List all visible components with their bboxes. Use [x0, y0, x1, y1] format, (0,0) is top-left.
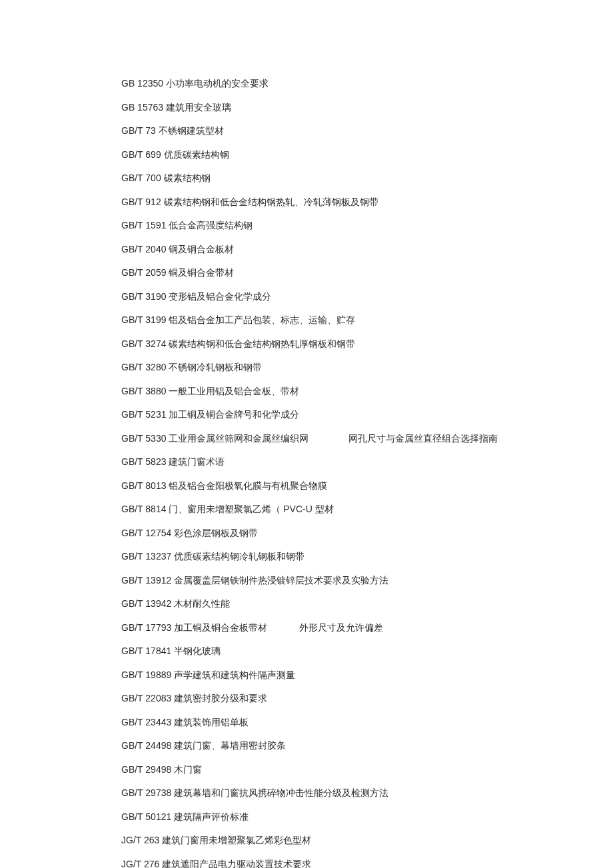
standard-title: 建筑用安全玻璃: [166, 102, 231, 113]
standard-code: GB/T 17793: [121, 622, 171, 633]
standard-code: GB/T 700: [121, 173, 161, 183]
standard-entry: GB 15763 建筑用安全玻璃: [121, 101, 588, 115]
standard-entry: GB/T 13942 木材耐久性能: [121, 597, 588, 611]
standard-title: 小功率电动机的安全要求: [166, 78, 269, 89]
standard-entry: GB/T 24498 建筑门窗、幕墙用密封胶条: [121, 739, 588, 753]
standard-entry: GB/T 29738 建筑幕墙和门窗抗风携碎物冲击性能分级及检测方法: [121, 786, 588, 800]
standard-title: 加工铜及铜合金板带材: [174, 622, 267, 633]
standard-title: 铜及铜合金板材: [169, 244, 234, 254]
standard-code: GB/T 3274: [121, 338, 166, 349]
standard-code: GB/T 1591: [121, 220, 166, 230]
standard-entry: GB/T 3199 铝及铝合金加工产品包装、标志、运输、贮存: [121, 313, 588, 327]
standard-entry: GB 12350 小功率电动机的安全要求: [121, 77, 588, 91]
standard-title: 建筑密封胶分级和要求: [174, 693, 267, 703]
standard-entry: GB/T 29498 木门窗: [121, 763, 588, 777]
standard-entry: GB/T 13237 优质碳素结构钢冷轧钢板和钢带: [121, 550, 588, 564]
standard-entry: GB/T 8013 铝及铝合金阳极氧化膜与有机聚合物膜: [121, 479, 588, 493]
standard-code: GB/T 13912: [121, 575, 171, 586]
standard-code: GB/T 2059: [121, 267, 166, 278]
standard-entry: GB/T 5330 工业用金属丝筛网和金属丝编织网网孔尺寸与金属丝直径组合选择指…: [121, 432, 588, 446]
standard-entry: GB/T 17793 加工铜及铜合金板带材外形尺寸及允许偏差: [121, 621, 588, 635]
standard-code: JG/T 276: [121, 859, 159, 869]
standard-suffix: 外形尺寸及允许偏差: [299, 622, 383, 633]
standard-code: GB/T 8013: [121, 480, 166, 491]
standard-entry: GB/T 699 优质碳素结构钢: [121, 148, 588, 162]
standard-title: 不锈钢建筑型材: [159, 125, 224, 136]
standard-code: JG/T 263: [121, 835, 159, 845]
standard-title: 工业用金属丝筛网和金属丝编织网: [169, 433, 308, 444]
standard-title: 铜及铜合金带材: [169, 267, 234, 278]
standard-code: GB/T 22083: [121, 693, 171, 703]
standard-title: 彩色涂层钢板及钢带: [174, 528, 258, 538]
standard-entry: GB/T 3880 一般工业用铝及铝合金板、带材: [121, 384, 588, 398]
standard-title: 金属覆盖层钢铁制件热浸镀锌层技术要求及实验方法: [174, 575, 388, 586]
standard-code: GB/T 5231: [121, 409, 166, 420]
standard-title: 不锈钢冷轧钢板和钢带: [169, 362, 262, 372]
standard-code: GB/T 5823: [121, 456, 166, 467]
standard-title: 碳素结构钢和低合金结构钢热轧、冷轧薄钢板及钢带: [164, 197, 378, 207]
standard-title: 门、窗用未增塑聚氯乙烯（ PVC-U 型材: [169, 504, 333, 514]
standard-title: 碳素结构钢和低合金结构钢热轧厚钢板和钢带: [169, 338, 355, 349]
standard-code: GB/T 19889: [121, 669, 171, 680]
standards-list: GB 12350 小功率电动机的安全要求GB 15763 建筑用安全玻璃GB/T…: [121, 77, 588, 868]
standard-entry: GB/T 3190 变形铝及铝合金化学成分: [121, 290, 588, 304]
standard-title: 建筑幕墙和门窗抗风携碎物冲击性能分级及检测方法: [174, 787, 388, 798]
standard-title: 铝及铝合金加工产品包装、标志、运输、贮存: [169, 314, 355, 325]
standard-title: 建筑门窗用未增塑聚氯乙烯彩色型材: [162, 835, 311, 845]
standard-entry: GB/T 22083 建筑密封胶分级和要求: [121, 691, 588, 705]
standard-title: 变形铝及铝合金化学成分: [169, 291, 271, 302]
standard-entry: GB/T 8814 门、窗用未增塑聚氯乙烯（ PVC-U 型材: [121, 502, 588, 516]
standard-code: GB/T 912: [121, 197, 161, 207]
standard-entry: GB/T 5231 加工铜及铜合金牌号和化学成分: [121, 408, 588, 422]
standard-title: 优质碳素结构钢冷轧钢板和钢带: [174, 551, 305, 562]
standard-code: GB/T 3190: [121, 291, 166, 302]
standard-code: GB/T 24498: [121, 740, 171, 751]
standard-entry: GB/T 2040 铜及铜合金板材: [121, 242, 588, 256]
standard-title: 建筑门窗、幕墙用密封胶条: [174, 740, 286, 751]
standard-code: GB/T 23443: [121, 717, 171, 727]
standard-code: GB/T 3880: [121, 386, 166, 396]
standard-code: GB/T 50121: [121, 811, 171, 822]
standard-entry: JG/T 263 建筑门窗用未增塑聚氯乙烯彩色型材: [121, 833, 588, 847]
standard-title: 铝及铝合金阳极氧化膜与有机聚合物膜: [169, 480, 327, 491]
standard-code: GB/T 5330: [121, 433, 166, 444]
standard-entry: GB/T 17841 半钢化玻璃: [121, 644, 588, 658]
standard-entry: GB/T 3280 不锈钢冷轧钢板和钢带: [121, 360, 588, 374]
standard-title: 木材耐久性能: [174, 598, 230, 609]
standard-title: 一般工业用铝及铝合金板、带材: [169, 386, 299, 396]
standard-title: 低合金高强度结构钢: [169, 220, 253, 230]
standard-entry: GB/T 23443 建筑装饰用铝单板: [121, 715, 588, 729]
standard-entry: GB/T 1591 低合金高强度结构钢: [121, 218, 588, 232]
standard-code: GB/T 3280: [121, 362, 166, 372]
standard-suffix: 网孔尺寸与金属丝直径组合选择指南: [348, 433, 498, 444]
standard-entry: GB/T 13912 金属覆盖层钢铁制件热浸镀锌层技术要求及实验方法: [121, 574, 588, 588]
standard-code: GB 15763: [121, 102, 163, 113]
standard-title: 建筑门窗术语: [169, 456, 225, 467]
standard-entry: GB/T 73 不锈钢建筑型材: [121, 124, 588, 138]
standard-title: 碳素结构钢: [164, 173, 211, 183]
standard-title: 建筑隔声评价标准: [174, 811, 249, 822]
standard-code: GB/T 12754: [121, 528, 171, 538]
standard-code: GB 12350: [121, 78, 163, 89]
standard-entry: GB/T 12754 彩色涂层钢板及钢带: [121, 526, 588, 540]
standard-code: GB/T 29738: [121, 787, 171, 798]
standard-code: GB/T 73: [121, 125, 156, 136]
standard-code: GB/T 3199: [121, 314, 166, 325]
standard-title: 声学建筑和建筑构件隔声测量: [174, 669, 295, 680]
document-page: GB 12350 小功率电动机的安全要求GB 15763 建筑用安全玻璃GB/T…: [0, 0, 588, 868]
standard-entry: GB/T 912 碳素结构钢和低合金结构钢热轧、冷轧薄钢板及钢带: [121, 195, 588, 209]
standard-code: GB/T 699: [121, 149, 161, 160]
standard-entry: GB/T 5823 建筑门窗术语: [121, 455, 588, 469]
standard-entry: GB/T 19889 声学建筑和建筑构件隔声测量: [121, 668, 588, 682]
standard-title: 建筑遮阳产品电力驱动装置技术要求: [162, 859, 311, 869]
standard-entry: JG/T 276 建筑遮阳产品电力驱动装置技术要求: [121, 857, 588, 869]
standard-title: 半钢化玻璃: [174, 646, 221, 656]
standard-code: GB/T 13237: [121, 551, 171, 562]
standard-title: 优质碳素结构钢: [164, 149, 229, 160]
standard-entry: GB/T 2059 铜及铜合金带材: [121, 266, 588, 280]
standard-title: 加工铜及铜合金牌号和化学成分: [169, 409, 299, 420]
standard-code: GB/T 2040: [121, 244, 166, 254]
standard-entry: GB/T 50121 建筑隔声评价标准: [121, 810, 588, 824]
standard-code: GB/T 13942: [121, 598, 171, 609]
standard-title: 建筑装饰用铝单板: [174, 717, 249, 727]
